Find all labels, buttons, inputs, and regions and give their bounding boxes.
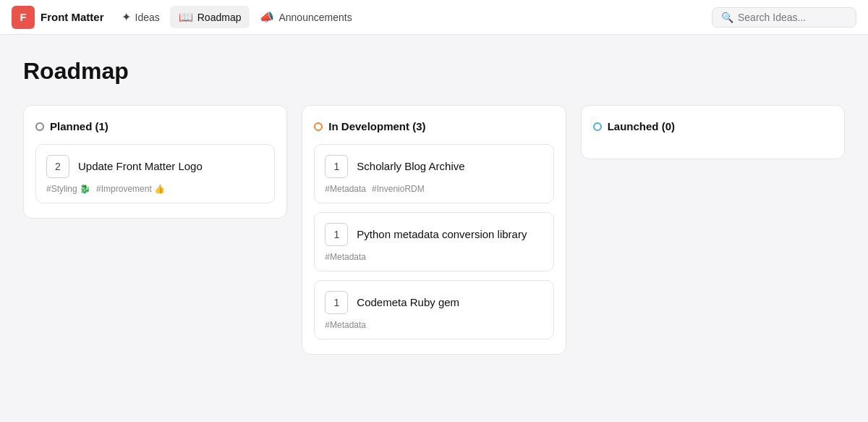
- card-tags: #Metadata #InvenioRDM: [325, 184, 542, 194]
- tag-0: #Metadata: [325, 184, 366, 194]
- column-header-planned: Planned (1): [35, 120, 275, 132]
- nav-item-roadmap[interactable]: 📖 Roadmap: [170, 6, 250, 28]
- nav-label-announcements: Announcements: [278, 12, 352, 23]
- column-header-launched: Launched (0): [593, 120, 833, 132]
- card-dev-1: 1 Python metadata conversion library #Me…: [314, 212, 553, 271]
- card-count: 1: [325, 223, 348, 246]
- column-launched: Launched (0): [581, 105, 845, 159]
- announcements-icon: 📣: [260, 10, 274, 24]
- card-count: 2: [46, 155, 69, 178]
- status-dot-planned: [35, 122, 44, 131]
- ideas-icon: ✦: [122, 10, 131, 24]
- card-top: 1 Scholarly Blog Archive: [325, 155, 542, 178]
- status-dot-launched: [593, 122, 602, 131]
- column-title-planned: Planned (1): [50, 120, 109, 132]
- tag-1: #InvenioRDM: [372, 184, 425, 194]
- card-count: 1: [325, 291, 348, 314]
- search-bar: 🔍: [712, 7, 856, 28]
- card-dev-0: 1 Scholarly Blog Archive #Metadata #Inve…: [314, 144, 553, 203]
- page-title: Roadmap: [23, 58, 845, 85]
- card-title: Update Front Matter Logo: [78, 159, 203, 174]
- nav-logo: F: [12, 6, 35, 29]
- nav-label-ideas: Ideas: [135, 12, 160, 23]
- tag-improvement: #Improvement 👍: [96, 184, 165, 194]
- search-icon: 🔍: [721, 12, 733, 23]
- card-dev-2: 1 Codemeta Ruby gem #Metadata: [314, 280, 553, 339]
- column-in-development: In Development (3) 1 Scholarly Blog Arch…: [302, 105, 566, 355]
- column-title-launched: Launched (0): [608, 120, 675, 132]
- roadmap-columns: Planned (1) 2 Update Front Matter Logo #…: [23, 105, 845, 355]
- card-tags: #Styling 🐉 #Improvement 👍: [46, 184, 264, 194]
- card-top: 1 Codemeta Ruby gem: [325, 291, 542, 314]
- card-title: Scholarly Blog Archive: [357, 159, 464, 174]
- card-top: 2 Update Front Matter Logo: [46, 155, 264, 178]
- card-top: 1 Python metadata conversion library: [325, 223, 542, 246]
- card-planned-0: 2 Update Front Matter Logo #Styling 🐉 #I…: [35, 144, 275, 203]
- status-dot-development: [314, 122, 323, 131]
- tag-0: #Metadata: [325, 320, 366, 330]
- tag-styling: #Styling 🐉: [46, 184, 90, 194]
- nav-items: ✦ Ideas 📖 Roadmap 📣 Announcements: [113, 6, 710, 28]
- roadmap-icon: 📖: [179, 10, 193, 24]
- column-header-development: In Development (3): [314, 120, 553, 132]
- nav-brand: Front Matter: [41, 11, 104, 23]
- nav-item-ideas[interactable]: ✦ Ideas: [113, 6, 169, 28]
- tag-0: #Metadata: [325, 252, 366, 262]
- column-planned: Planned (1) 2 Update Front Matter Logo #…: [23, 105, 287, 219]
- card-title: Codemeta Ruby gem: [357, 295, 459, 310]
- card-count: 1: [325, 155, 348, 178]
- search-input[interactable]: [738, 12, 847, 23]
- column-title-development: In Development (3): [328, 120, 425, 132]
- nav-item-announcements[interactable]: 📣 Announcements: [251, 6, 360, 28]
- card-tags: #Metadata: [325, 320, 542, 330]
- card-tags: #Metadata: [325, 252, 542, 262]
- nav-label-roadmap: Roadmap: [197, 12, 242, 23]
- main-content: Roadmap Planned (1) 2 Update Front Matte…: [0, 35, 868, 378]
- card-title: Python metadata conversion library: [357, 227, 527, 242]
- navbar: F Front Matter ✦ Ideas 📖 Roadmap 📣 Annou…: [0, 0, 868, 35]
